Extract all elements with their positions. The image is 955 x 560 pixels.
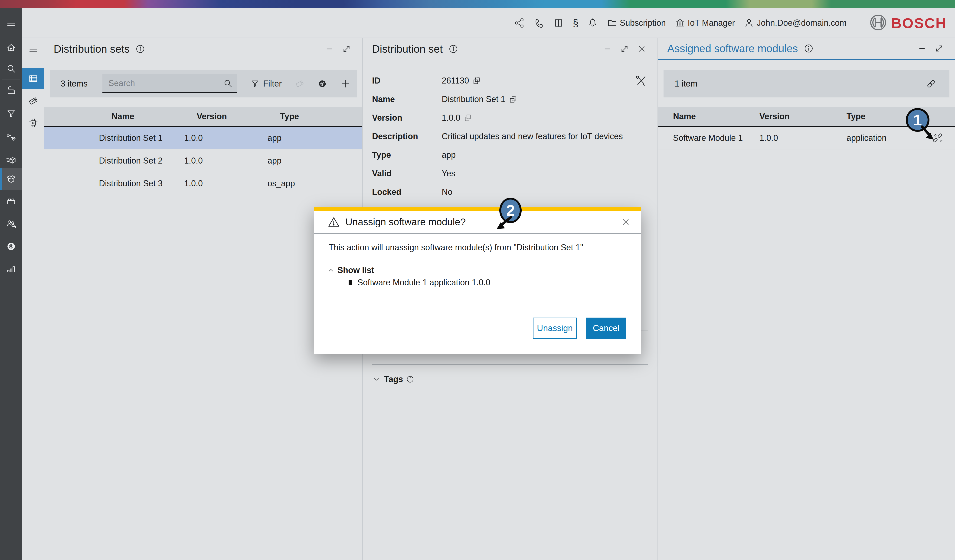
detail-fields: ID 261130 Name Distribution Set 1 Versio… [372,72,648,201]
bosch-supergraphic [0,0,955,8]
sidebar-item-devices[interactable] [0,80,22,102]
sidebar-item-filters[interactable] [0,103,22,125]
sidebar-item-home[interactable] [0,37,22,58]
search-field[interactable] [102,74,237,93]
field-label: Description [372,131,442,141]
table-row[interactable]: Distribution Set 1 1.0.0 app [44,127,362,150]
row-name: Distribution Set 3 [99,179,184,188]
field-value: 1.0.0 [442,113,460,123]
field-label: Version [372,113,442,123]
filter-button[interactable]: Filter [250,79,282,89]
panel-title: Distribution sets [54,43,130,55]
menu-icon [28,44,38,54]
field-value: Critical updates and new features for Io… [442,131,623,141]
close-icon[interactable] [635,42,648,55]
secondary-item-device-types[interactable] [22,112,44,133]
field-label: ID [372,76,442,86]
contact-button[interactable] [534,18,544,28]
field-row: Version 1.0.0 [372,109,648,127]
primary-sidebar [0,8,22,560]
dialog-message: This action will unassign software modul… [329,243,627,253]
iot-manager-button[interactable]: IoT Manager [675,18,735,28]
row-version: 1.0.0 [184,133,268,143]
sidebar-item-distribution-sets[interactable] [0,168,22,190]
column-name: Name [658,112,759,121]
dialog-divider [314,233,641,234]
secondary-item-table-view[interactable] [22,68,44,89]
filter-label: Filter [263,79,282,89]
copy-icon[interactable] [472,76,481,85]
list-item: Software Module 1 application 1.0.0 [349,278,490,287]
copy-icon[interactable] [463,114,473,122]
field-value: Distribution Set 1 [442,94,506,104]
distribution-sets-header: Distribution sets [44,38,362,60]
secondary-item-tags[interactable] [22,90,44,111]
tag-icon [28,95,39,106]
search-input[interactable] [102,78,223,88]
expand-icon[interactable] [340,42,353,55]
show-list-toggle[interactable]: Show list [327,265,374,275]
docs-button[interactable] [553,18,564,28]
field-row: Name Distribution Set 1 [372,90,648,109]
table-row[interactable]: Software Module 1 1.0.0 application [658,127,955,150]
package-out-icon [6,155,17,165]
assigned-modules-header: Assigned software modules [658,38,955,60]
subscription-label: Subscription [620,18,666,28]
unassign-button[interactable]: Unassign [533,318,577,339]
table-header: Name Version Type [44,107,362,127]
link-icon[interactable] [926,78,936,89]
notifications-button[interactable] [587,18,598,28]
list-item-text: Software Module 1 application 1.0.0 [357,278,490,287]
sidebar-item-rollouts[interactable] [0,127,22,148]
field-row: ID 261130 [372,72,648,90]
column-version: Version [197,112,280,121]
secondary-menu-button[interactable] [22,39,44,59]
minimize-icon[interactable] [916,42,928,55]
sidebar-item-access-control[interactable] [0,213,22,235]
funnel-icon [6,108,17,119]
bank-icon [675,18,685,28]
row-version: 1.0.0 [184,156,268,165]
info-icon[interactable] [447,42,460,55]
user-menu[interactable]: John.Doe@domain.com [744,18,847,28]
sidebar-item-campaigns[interactable] [0,149,22,171]
cancel-button[interactable]: Cancel [586,318,626,339]
assigned-modules-toolbar: 1 item [664,70,949,97]
tags-section-toggle[interactable]: Tags [372,372,414,386]
expand-icon[interactable] [933,42,946,55]
legal-button[interactable]: § [573,18,578,28]
gear-icon [6,241,17,252]
info-icon[interactable] [802,42,815,55]
route-icon [6,132,17,143]
dialog-title: Unassign software module? [345,217,466,228]
table-row[interactable]: Distribution Set 3 1.0.0 os_app [44,172,362,195]
share-icon [514,18,525,28]
chevron-down-icon [372,375,381,384]
sidebar-divider [2,80,20,80]
share-button[interactable] [514,18,525,28]
bosch-logo: BOSCH [869,14,947,32]
info-icon[interactable] [134,42,147,55]
copy-icon[interactable] [509,95,517,104]
sidebar-item-reports[interactable] [0,258,22,280]
subscription-button[interactable]: Subscription [607,18,666,28]
minimize-icon[interactable] [601,42,614,55]
expand-icon[interactable] [618,42,631,55]
table-row[interactable]: Distribution Set 2 1.0.0 app [44,150,362,172]
field-label: Type [372,150,442,160]
sidebar-item-software-modules[interactable] [0,190,22,212]
annotation-arrow-1 [920,125,939,144]
add-button[interactable] [340,79,351,89]
sidebar-item-settings[interactable] [0,236,22,257]
sidebar-menu-button[interactable] [0,12,22,34]
dialog-actions: Unassign Cancel [314,318,641,339]
gear-icon [318,79,327,89]
settings-button[interactable] [318,79,327,89]
sidebar-item-search[interactable] [0,58,22,80]
tag-button[interactable] [295,79,304,89]
minimize-icon[interactable] [323,42,336,55]
close-icon[interactable] [621,217,631,227]
unassign-dialog: Unassign software module? This action wi… [314,207,641,354]
info-icon[interactable] [406,375,414,383]
user-email: John.Doe@domain.com [757,18,847,28]
